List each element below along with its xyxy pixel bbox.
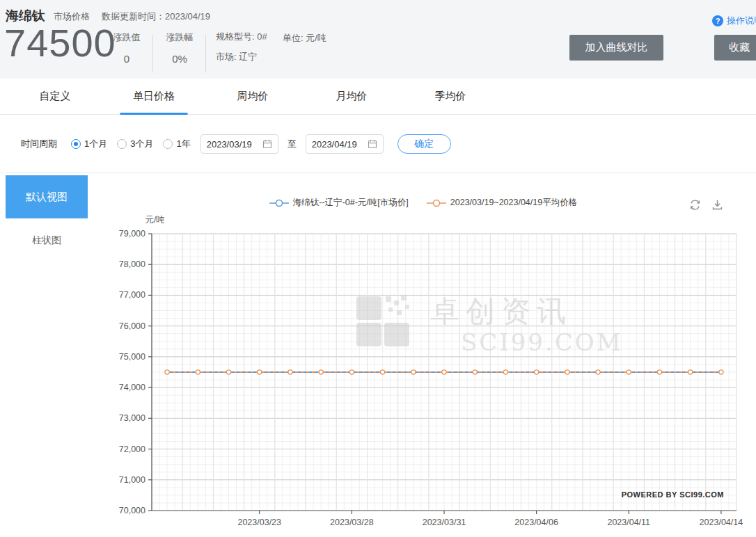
price-chart[interactable]: 70,00071,00072,00073,00074,00075,00076,0… (90, 174, 756, 537)
unit-label: 单位: 元/吨 (283, 32, 326, 45)
chart-legend: 海绵钛--辽宁-0#-元/吨[市场价]2023/03/19~2023/04/19… (90, 197, 756, 209)
add-curve-compare-button[interactable]: 加入曲线对比 (569, 35, 663, 61)
start-date-input[interactable]: 2023/03/19 (200, 134, 278, 154)
page: 海绵钛 市场价格 数据更新时间：2023/04/19 74500 涨跌值 0 涨… (0, 0, 756, 537)
svg-text:72,000: 72,000 (119, 444, 145, 454)
tab-0[interactable]: 自定义 (6, 79, 104, 114)
help-link[interactable]: ? 操作说明 (712, 15, 756, 27)
current-price: 74500 (4, 23, 116, 64)
svg-text:元/吨: 元/吨 (145, 215, 165, 225)
radio-label: 1个月 (84, 138, 107, 150)
svg-text:77,000: 77,000 (119, 290, 145, 300)
change-value-block: 涨跌值 0 (104, 31, 149, 65)
radio-label: 3个月 (130, 138, 153, 150)
radio-dot-icon (71, 139, 81, 149)
svg-text:76,000: 76,000 (119, 321, 145, 331)
legend-marker-icon (427, 199, 446, 207)
radio-dot-icon (117, 139, 127, 149)
svg-text:2023/03/23: 2023/03/23 (237, 518, 281, 527)
period-label: 时间周期 (21, 138, 57, 150)
end-date-input[interactable]: 2023/04/19 (306, 134, 384, 154)
powered-by-label: POWERED BY SCI99.COM (622, 490, 724, 499)
period-radio-1[interactable]: 3个月 (117, 138, 153, 150)
svg-text:78,000: 78,000 (119, 259, 145, 269)
divider (205, 35, 206, 72)
spec-block: 规格型号: 0# 市场: 辽宁 (216, 32, 267, 61)
radio-dot-icon (163, 139, 173, 149)
legend-marker-icon (269, 199, 289, 207)
divider (152, 35, 153, 72)
tab-bar: 自定义单日价格周均价月均价季均价 (0, 79, 756, 115)
confirm-button[interactable]: 确定 (397, 134, 451, 154)
svg-text:2023/03/31: 2023/03/31 (423, 518, 466, 527)
header: 海绵钛 市场价格 数据更新时间：2023/04/19 74500 涨跌值 0 涨… (0, 0, 756, 79)
svg-text:73,000: 73,000 (119, 413, 145, 423)
radio-label: 1年 (176, 138, 190, 150)
svg-text:2023/04/14: 2023/04/14 (700, 518, 743, 527)
legend-label: 海绵钛--辽宁-0#-元/吨[市场价] (293, 197, 409, 209)
chart-toolbar (688, 198, 724, 211)
download-icon[interactable] (711, 198, 724, 211)
change-pct-block: 涨跌幅 0% (157, 31, 202, 65)
svg-text:2023/03/28: 2023/03/28 (330, 518, 374, 527)
svg-text:75,000: 75,000 (119, 352, 145, 362)
period-radio-2[interactable]: 1年 (163, 138, 190, 150)
svg-text:74,000: 74,000 (119, 383, 145, 392)
svg-text:71,000: 71,000 (119, 475, 145, 485)
update-time: 数据更新时间：2023/04/19 (102, 10, 210, 23)
favorite-button[interactable]: 收藏 (714, 35, 756, 61)
sidebar-item-1[interactable]: 柱状图 (6, 234, 88, 248)
tab-4[interactable]: 季均价 (401, 79, 500, 114)
period-radio-0[interactable]: 1个月 (71, 138, 107, 150)
calendar-icon (368, 139, 377, 149)
main-panel: 默认视图柱状图 海绵钛--辽宁-0#-元/吨[市场价]2023/03/19~20… (0, 173, 756, 537)
tab-2[interactable]: 周均价 (203, 79, 302, 114)
legend-label: 2023/03/19~2023/04/19平均价格 (450, 197, 577, 209)
tab-1[interactable]: 单日价格 (104, 79, 203, 114)
sidebar-item-0[interactable]: 默认视图 (6, 175, 88, 218)
tab-3[interactable]: 月均价 (302, 79, 401, 114)
svg-text:70,000: 70,000 (119, 506, 145, 515)
chart-area: 海绵钛--辽宁-0#-元/吨[市场价]2023/03/19~2023/04/19… (90, 174, 756, 537)
legend-item-1[interactable]: 2023/03/19~2023/04/19平均价格 (427, 197, 577, 209)
svg-text:2023/04/11: 2023/04/11 (607, 518, 650, 527)
legend-item-0[interactable]: 海绵钛--辽宁-0#-元/吨[市场价] (269, 197, 409, 209)
to-label: 至 (288, 138, 297, 150)
svg-text:79,000: 79,000 (119, 229, 145, 239)
calendar-icon (262, 139, 272, 149)
filter-bar: 时间周期 1个月3个月1年 2023/03/19 至 2023/04/19 确定 (0, 115, 756, 173)
refresh-icon[interactable] (688, 198, 702, 211)
question-icon: ? (712, 15, 723, 26)
svg-text:2023/04/06: 2023/04/06 (514, 518, 558, 527)
